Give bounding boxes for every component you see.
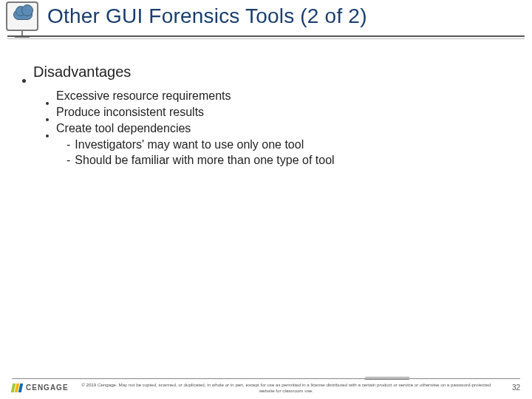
slide-header: Other GUI Forensics Tools (2 of 2) [0, 0, 532, 37]
bullet-lvl1: Disadvantages [22, 64, 499, 81]
copyright-text: © 2019 Cengage. May not be copied, scann… [76, 382, 497, 393]
brand: CENGAGE [12, 383, 69, 392]
title-row: Other GUI Forensics Tools (2 of 2) [0, 1, 532, 31]
bullet-dot-icon [22, 79, 26, 83]
bullet-dot-icon [46, 102, 49, 105]
bullet-dot-icon [46, 134, 49, 137]
dash-icon: - [66, 154, 70, 167]
bullet-lvl2: Create tool dependencies [46, 122, 499, 135]
bullet-text: Investigators' may want to use only one … [75, 138, 304, 151]
bullet-text: Produce inconsistent results [56, 106, 204, 119]
cloud-monitor-icon [6, 1, 38, 31]
footer-row: CENGAGE © 2019 Cengage. May not be copie… [12, 382, 520, 393]
brand-name: CENGAGE [26, 383, 69, 392]
slide-title: Other GUI Forensics Tools (2 of 2) [47, 4, 367, 28]
bullet-lvl2: Excessive resource requirements [46, 89, 499, 103]
bullet-text: Create tool dependencies [56, 122, 191, 135]
dash-icon: - [66, 138, 70, 151]
bullet-lvl3: - Investigators' may want to use only on… [66, 138, 499, 151]
bullet-text: Disadvantages [33, 64, 131, 81]
slide-footer: CENGAGE © 2019 Cengage. May not be copie… [0, 378, 532, 393]
footer-divider [12, 378, 520, 379]
brand-logo-icon [12, 383, 22, 392]
slide-body: Disadvantages Excessive resource require… [0, 37, 532, 167]
header-divider [7, 35, 525, 37]
bullet-lvl2: Produce inconsistent results [46, 106, 499, 119]
page-number: 32 [504, 383, 520, 392]
bullet-dot-icon [46, 118, 49, 121]
bullet-text: Excessive resource requirements [56, 89, 231, 103]
bullet-lvl3: - Should be familiar with more than one … [66, 154, 499, 167]
bullet-text: Should be familiar with more than one ty… [75, 154, 334, 167]
